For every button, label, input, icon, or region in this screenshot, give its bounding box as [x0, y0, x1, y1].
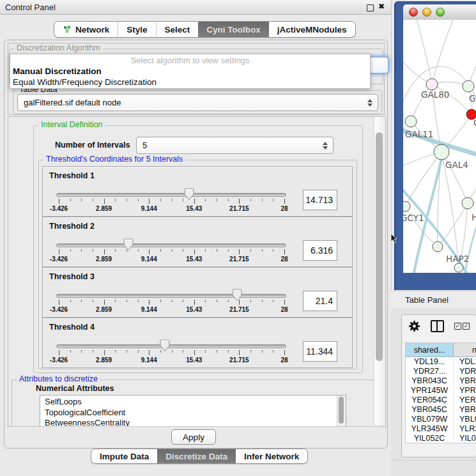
slider-major-tick — [239, 350, 240, 355]
slider-major-tick — [104, 249, 105, 254]
table-row[interactable]: YER054CYER0 — [406, 395, 476, 404]
threshold-value-field[interactable]: 11.344 — [303, 341, 337, 362]
threshold-slider-thumb[interactable] — [123, 238, 134, 251]
numerical-attributes-header: Numerical Attributes — [36, 384, 114, 393]
node-gal80[interactable] — [426, 79, 438, 90]
tab-discretize-data[interactable]: Discretize Data — [157, 449, 236, 463]
apply-button[interactable]: Apply — [171, 429, 216, 445]
cell-name: YDR2 — [454, 366, 476, 376]
node-attribute-table: shared... na... YDL19...YDL1YDR27...YDR2… — [405, 342, 476, 443]
num-intervals-value: 5 — [137, 141, 320, 150]
column-header-name[interactable]: na... — [454, 343, 476, 357]
threshold-slider-thumb[interactable] — [184, 188, 194, 201]
tab-label: Infer Network — [244, 452, 299, 461]
discretization-algorithm-label: Discretization Algorithm — [14, 44, 103, 52]
slider-tick-label: 2.859 — [96, 357, 112, 364]
slider-minor-tick — [262, 249, 263, 252]
float-window-icon[interactable] — [367, 4, 374, 12]
node-gal4[interactable] — [434, 144, 449, 160]
slider-minor-tick — [250, 300, 251, 302]
threshold-label: Threshold 3 — [49, 272, 95, 281]
threshold-slider-track[interactable] — [56, 193, 286, 197]
num-intervals-combobox[interactable]: 5 — [136, 137, 334, 154]
algorithm-placeholder-option[interactable]: Select algorithm to view settings — [10, 56, 370, 65]
attribute-list-item[interactable]: SelfLoops — [40, 397, 346, 408]
column-header-shared-name[interactable]: shared... — [406, 343, 454, 357]
node[interactable] — [462, 197, 473, 209]
slider-tick-label: 2.859 — [96, 256, 112, 263]
zoom-traffic-light-icon[interactable] — [436, 8, 445, 17]
settings-scrollbar[interactable] — [374, 117, 385, 425]
table-row[interactable]: YBR045CYBR0 — [406, 404, 476, 414]
slider-minor-tick — [70, 300, 71, 302]
close-traffic-light-icon[interactable] — [409, 8, 418, 17]
select-columns-icon[interactable]: ✓ ✓ — [454, 323, 470, 330]
slider-minor-tick — [127, 199, 127, 201]
threshold-value-field[interactable]: 14.713 — [303, 190, 337, 210]
slider-minor-tick — [81, 300, 82, 302]
slider-tick-label: 28 — [280, 357, 288, 364]
slider-major-tick — [194, 350, 195, 355]
control-panel-tabbar: NetworkStyleSelectCyni ToolboxjActiveMNo… — [54, 21, 356, 38]
node-label: GAL80 — [421, 89, 449, 100]
table-row[interactable]: YDR27...YDR2 — [406, 366, 476, 376]
cell-name: YIL0 — [454, 433, 476, 442]
cell-shared-name: YIL052C — [406, 433, 454, 442]
threshold-slider-thumb[interactable] — [160, 339, 170, 352]
node[interactable] — [463, 81, 474, 92]
node-hap2[interactable] — [433, 242, 443, 252]
threshold-slider-thumb[interactable] — [232, 289, 242, 302]
tab-jactivemnodules[interactable]: jActiveMNodules — [269, 22, 355, 37]
threshold-slider-track[interactable] — [56, 344, 286, 348]
attributes-list-scrollbar[interactable] — [337, 395, 346, 427]
network-canvas[interactable]: GAL80 GA C GAL11 GAL4 GCY1 H HAP2 — [403, 20, 476, 273]
cell-name: YBL0 — [454, 414, 476, 424]
numerical-attributes-list[interactable]: SelfLoopsTopologicalCoefficientBetweenne… — [40, 395, 346, 427]
slider-minor-tick — [217, 199, 217, 201]
slider-minor-tick — [228, 249, 229, 252]
slider-minor-tick — [273, 199, 273, 201]
slider-tick-label: 28 — [280, 205, 288, 212]
threshold-value-field[interactable]: 21.4 — [303, 291, 337, 311]
tab-select[interactable]: Select — [156, 22, 199, 37]
gear-icon[interactable] — [408, 320, 420, 332]
slider-major-tick — [149, 300, 150, 305]
tab-style[interactable]: Style — [118, 22, 155, 37]
split-panel-icon[interactable] — [431, 320, 444, 332]
slider-minor-tick — [273, 350, 273, 353]
node[interactable] — [454, 263, 463, 272]
slider-minor-tick — [250, 350, 251, 353]
threshold-slider-track[interactable] — [56, 243, 286, 247]
table-data-combobox[interactable]: galFiltered.sif default node — [17, 94, 378, 111]
threshold-slider-track[interactable] — [56, 294, 286, 298]
close-icon[interactable]: ✖ — [378, 2, 385, 11]
attribute-list-item[interactable]: TopologicalCoefficient — [40, 408, 346, 418]
slider-minor-tick — [70, 199, 71, 201]
table-row[interactable]: YBR043CYBR0 — [406, 376, 476, 385]
slider-major-tick — [194, 199, 195, 204]
node-gcy1[interactable] — [403, 201, 410, 211]
tab-infer-network[interactable]: Infer Network — [236, 449, 307, 463]
threshold-label: Threshold 1 — [49, 171, 95, 180]
slider-minor-tick — [93, 350, 93, 353]
algorithm-option-2[interactable]: Equal Width/Frequency Discretization — [13, 77, 157, 87]
tab-impute-data[interactable]: Impute Data — [91, 449, 157, 463]
node-gal11[interactable] — [405, 116, 417, 127]
table-row[interactable]: YLR345WYLR3 — [406, 424, 476, 433]
algorithm-option-1[interactable]: Manual Discretization — [13, 66, 102, 76]
slider-minor-tick — [115, 300, 116, 302]
thresholds-group-label: Threshold's Coordinates for 5 Intervals — [43, 155, 185, 164]
tab-label: jActiveMNodules — [277, 25, 347, 35]
slider-minor-tick — [127, 350, 127, 353]
slider-tick-label: 9.144 — [141, 256, 157, 263]
table-row[interactable]: YDL19...YDL1 — [406, 357, 476, 366]
settings-scrollbar-thumb[interactable] — [376, 132, 383, 361]
tab-network[interactable]: Network — [54, 22, 118, 37]
table-row[interactable]: YPR145WYPR1 — [406, 385, 476, 395]
threshold-value-field[interactable]: 6.316 — [303, 240, 337, 261]
tab-cyni-toolbox[interactable]: Cyni Toolbox — [198, 22, 269, 37]
minimize-traffic-light-icon[interactable] — [422, 8, 431, 17]
table-row[interactable]: YBL079WYBL0 — [406, 414, 476, 424]
table-row[interactable]: YIL052CYIL0 — [406, 433, 476, 442]
cell-shared-name: YER054C — [406, 395, 454, 404]
